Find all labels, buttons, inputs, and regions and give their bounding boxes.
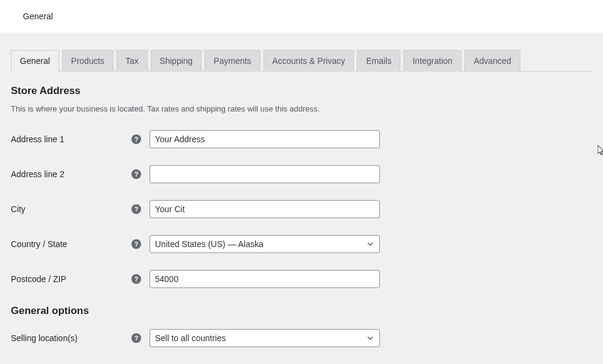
input-address1[interactable]	[150, 130, 380, 148]
tab-tax[interactable]: Tax	[116, 50, 148, 72]
cursor-icon	[598, 145, 603, 156]
section-title-store-address: Store Address	[11, 85, 592, 97]
row-address1: Address line 1 ?	[11, 130, 592, 148]
topbar-title: General	[23, 11, 53, 21]
section-title-general-options: General options	[11, 305, 592, 317]
row-address2: Address line 2 ?	[11, 165, 592, 183]
select-selling-locations[interactable]: Sell to all countries	[150, 329, 380, 347]
tab-emails[interactable]: Emails	[357, 50, 400, 72]
content-area: General Products Tax Shipping Payments A…	[0, 49, 603, 347]
tab-accounts-privacy[interactable]: Accounts & Privacy	[264, 50, 355, 72]
tab-general[interactable]: General	[11, 50, 59, 72]
row-postcode: Postcode / ZIP ?	[11, 270, 592, 288]
label-city: City	[11, 204, 131, 214]
input-address2[interactable]	[150, 165, 380, 183]
select-selling-locations-value: Sell to all countries	[150, 329, 380, 347]
label-address2: Address line 2	[11, 169, 131, 179]
tab-integration[interactable]: Integration	[403, 50, 461, 72]
select-country-state-value: United States (US) — Alaska	[150, 235, 380, 253]
help-icon[interactable]: ?	[131, 134, 141, 144]
label-postcode: Postcode / ZIP	[11, 274, 131, 284]
help-icon[interactable]: ?	[131, 239, 141, 249]
help-icon[interactable]: ?	[131, 204, 141, 214]
input-postcode[interactable]	[150, 270, 380, 288]
input-city[interactable]	[150, 200, 380, 218]
tab-products[interactable]: Products	[62, 50, 113, 72]
label-country-state: Country / State	[11, 239, 131, 249]
row-city: City ?	[11, 200, 592, 218]
tab-payments[interactable]: Payments	[204, 50, 260, 72]
label-selling-locations: Selling location(s)	[11, 333, 131, 343]
row-selling-locations: Selling location(s) ? Sell to all countr…	[11, 329, 592, 347]
label-address1: Address line 1	[11, 134, 131, 144]
settings-tabs: General Products Tax Shipping Payments A…	[11, 49, 592, 72]
tab-advanced[interactable]: Advanced	[464, 50, 520, 72]
help-icon[interactable]: ?	[131, 169, 141, 179]
section-desc-store-address: This is where your business is located. …	[11, 104, 592, 113]
select-country-state[interactable]: United States (US) — Alaska	[150, 235, 380, 253]
tab-shipping[interactable]: Shipping	[151, 50, 202, 72]
topbar: General	[0, 0, 603, 33]
row-country-state: Country / State ? United States (US) — A…	[11, 235, 592, 253]
help-icon[interactable]: ?	[131, 333, 141, 343]
help-icon[interactable]: ?	[131, 274, 141, 284]
